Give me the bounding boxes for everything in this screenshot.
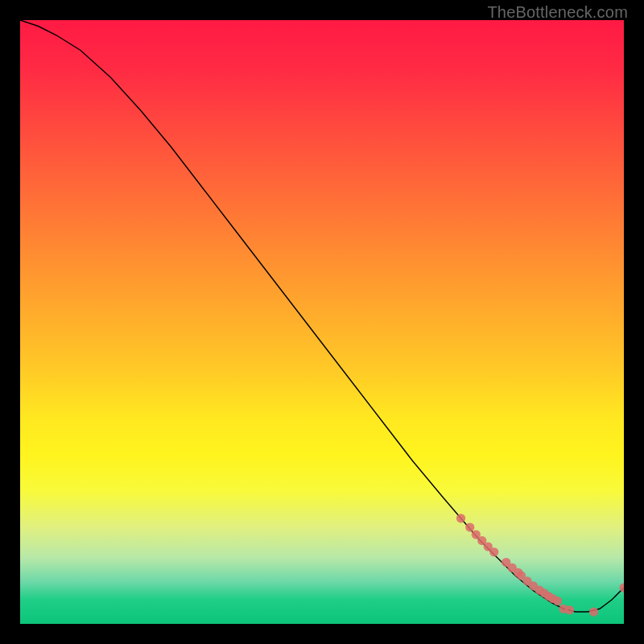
highlight-dots: [456, 514, 624, 617]
dot: [489, 547, 498, 556]
chart-svg: [20, 20, 624, 624]
dot: [589, 607, 598, 616]
dot: [465, 522, 474, 531]
plot-background: [20, 20, 624, 624]
dot: [565, 605, 574, 614]
dot: [456, 514, 465, 522]
curve-line: [20, 20, 624, 612]
watermark-text: TheBottleneck.com: [487, 3, 628, 22]
dot: [553, 597, 562, 605]
